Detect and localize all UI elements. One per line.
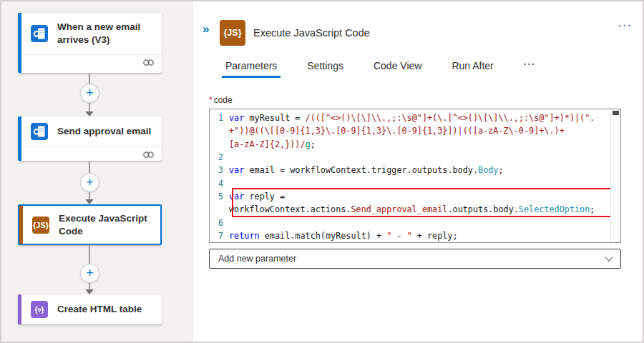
code-text: workflowContext.actions.Send_approval_em… [229,204,595,214]
javascript-code-icon: {JS} [220,20,245,46]
code-field-label: *code [209,95,233,105]
data-operation-icon: {▿} [31,301,48,318]
connector-line [89,73,90,84]
connection-icon [142,149,155,162]
tab-parameters[interactable]: Parameters [222,59,280,78]
outlook-icon [31,25,48,42]
code-editor[interactable]: 1 var myResult = /(([^<>()\[\]\\.,;:\s@"… [209,109,621,243]
code-row[interactable]: 6 [210,216,610,229]
line-number: 2 [210,152,229,162]
add-step-button[interactable]: + [80,264,99,283]
card-accent-stripe [18,13,21,73]
line-number: 4 [210,179,229,189]
action-detail-panel: » {JS} Execute JavaScript Code ··· Param… [193,1,643,342]
chevron-down-icon [605,253,613,261]
outlook-icon [31,123,48,140]
tab-run-after[interactable]: Run After [448,59,497,78]
code-lines[interactable]: 1 var myResult = /(([^<>()\[\]\\.,;:\s@"… [210,111,610,242]
tab-settings[interactable]: Settings [303,59,347,78]
code-row[interactable]: +"))@((\[[0-9]{1,3}\.[0-9]{1,3}\.[0-9]{1… [210,124,610,137]
connector-arrow [85,199,94,204]
add-new-parameter-label: Add new parameter [218,254,606,264]
step-card-create-html-table[interactable]: {▿} Create HTML table [18,294,162,324]
card-accent-stripe [18,294,21,324]
card-accent-stripe [19,206,23,244]
step-card-when-a-new-email-arrives[interactable]: When a new email arrives (V3) [18,13,162,73]
step-card-execute-javascript-code[interactable]: {JS} Execute JavaScript Code [18,204,162,245]
line-number: 3 [210,165,229,175]
app-window: When a new email arrives (V3) + [0,0,644,343]
code-text: return email.match(myResult) + " - " + r… [229,231,458,241]
code-row[interactable]: 4 [210,177,610,189]
connection-icon [142,57,155,70]
code-row[interactable]: 3 var email = workflowContext.trigger.ou… [210,164,610,177]
card-accent-stripe [18,116,21,161]
step-card-send-approval-email[interactable]: Send approval email [18,116,162,161]
code-text: var myResult = /(([^<>()\[\]\\.,;:\s@"]+… [229,113,595,123]
editor-scrollbar-thumb[interactable] [613,111,619,115]
required-marker: * [209,95,213,105]
code-text: [a-zA-Z]{2,}))/g; [229,139,316,149]
code-row[interactable]: [a-zA-Z]{2,}))/g; [210,138,610,151]
collapse-panel-button[interactable]: » [203,22,208,36]
connector-line [89,245,90,264]
workflow-canvas: When a new email arrives (V3) + [1,1,192,342]
code-row[interactable]: 5 var reply = [210,190,610,203]
editor-scrollbar[interactable] [610,109,620,242]
code-text: +"))@((\[[0-9]{1,3}\.[0-9]{1,3}\.[0-9]{1… [229,126,565,136]
connector-line [89,161,90,174]
add-new-parameter-dropdown[interactable]: Add new parameter [209,249,621,269]
line-number: 1 [210,113,229,123]
step-title: When a new email arrives (V3) [57,21,155,46]
add-step-button[interactable]: + [80,84,99,103]
code-text: var reply = [229,192,285,202]
code-row[interactable]: 1 var myResult = /(([^<>()\[\]\\.,;:\s@"… [210,111,610,124]
step-title: Create HTML table [57,303,142,316]
step-title: Send approval email [57,125,151,138]
panel-title: Execute JavaScript Code [253,27,370,39]
code-row[interactable]: 2 [210,151,610,164]
line-number: 7 [210,231,229,241]
line-number: 6 [210,218,229,228]
more-options-icon[interactable]: ··· [618,20,633,31]
tab-bar: Parameters Settings Code View Run After … [222,59,540,78]
connector-arrow [85,289,94,294]
code-row[interactable]: workflowContext.actions.Send_approval_em… [210,203,610,216]
add-step-button[interactable]: + [80,173,99,192]
connector-arrow [85,111,94,116]
tab-code-view[interactable]: Code View [370,59,425,78]
line-number: 5 [210,192,229,202]
tab-overflow-icon[interactable]: ··· [520,59,540,78]
javascript-code-icon: {JS} [32,217,49,234]
code-text: var email = workflowContext.trigger.outp… [229,165,504,175]
step-title: Execute JavaScript Code [59,212,153,238]
code-row[interactable]: 7 return email.match(myResult) + " - " +… [210,229,610,242]
